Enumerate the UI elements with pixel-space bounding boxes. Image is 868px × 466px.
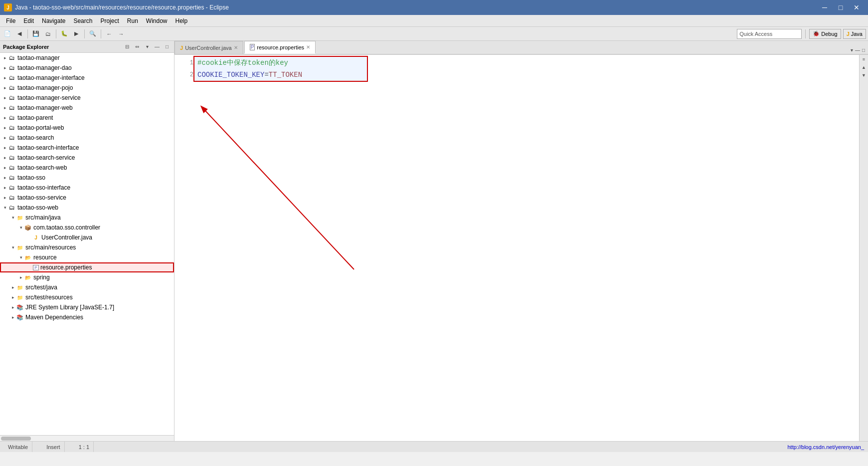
toolbar-run[interactable]: ▶ (71, 28, 82, 39)
tree-icon-project: 🗂 (8, 124, 16, 131)
maximize-button[interactable]: □ (833, 2, 848, 13)
sidebar: Package Explorer ⊟ ⇔ ▾ — □ ▸🗂taotao-mana… (0, 41, 174, 441)
tree-item-taotao-manager-interface[interactable]: ▸🗂taotao-manager-interface (0, 73, 174, 83)
tree-arrow: ▸ (10, 305, 16, 310)
sidebar-tree[interactable]: ▸🗂taotao-manager▸🗂taotao-manager-dao▸🗂ta… (0, 53, 174, 435)
right-panel-collapse[interactable]: ≡ (861, 56, 868, 63)
tree-item-spring[interactable]: ▸📂spring (0, 272, 174, 282)
tree-item-taotao-search-interface[interactable]: ▸🗂taotao-search-interface (0, 143, 174, 153)
toolbar-save-all[interactable]: 🗂 (42, 28, 53, 39)
tab-minimize-btn[interactable]: — (854, 46, 861, 54)
tab-chevron-btn[interactable]: ▾ (850, 46, 854, 54)
tree-item-taotao-sso-service[interactable]: ▸🗂taotao-sso-service (0, 193, 174, 203)
toolbar-arrow-back[interactable]: ◀ (14, 28, 25, 39)
hscroll-thumb[interactable] (1, 437, 31, 441)
menu-edit[interactable]: Edit (19, 16, 38, 25)
tree-icon-folder: 📂 (24, 254, 32, 261)
tree-item-taotao-sso-web[interactable]: ▾🗂taotao-sso-web (0, 203, 174, 213)
tree-item-JRE-System-Library--JavaSE-1-7-[interactable]: ▸📚JRE System Library [JavaSE-1.7] (0, 302, 174, 312)
tree-item-UserController-java[interactable]: JUserController.java (0, 233, 174, 242)
tree-item-taotao-portal-web[interactable]: ▸🗂taotao-portal-web (0, 123, 174, 133)
tree-icon-project: 🗂 (8, 144, 16, 151)
right-panel-down[interactable]: ▼ (861, 72, 868, 79)
tree-item-taotao-search[interactable]: ▸🗂taotao-search (0, 133, 174, 143)
java-label: Java (851, 31, 863, 37)
tree-item-taotao-manager-web[interactable]: ▸🗂taotao-manager-web (0, 103, 174, 113)
tree-item-taotao-manager-pojo[interactable]: ▸🗂taotao-manager-pojo (0, 83, 174, 93)
toolbar-search[interactable]: 🔍 (87, 28, 98, 39)
code-line-2: 2 COOKIE_TOKEN_KEY=TT_TOKEN (174, 69, 859, 81)
tree-item-taotao-sso[interactable]: ▸🗂taotao-sso (0, 173, 174, 183)
tree-icon-project: 🗂 (8, 154, 16, 161)
tree-label: taotao-manager-dao (17, 64, 72, 71)
code-line-1: 1 #cookie中保存token的key (174, 57, 859, 69)
menu-project[interactable]: Project (96, 16, 123, 25)
sidebar-max-btn[interactable]: □ (163, 43, 171, 51)
tree-item-src-main-resources[interactable]: ▾📁src/main/resources (0, 242, 174, 252)
tree-label: taotao-manager (17, 54, 60, 61)
menu-help[interactable]: Help (172, 16, 192, 25)
tree-label: taotao-manager-web (17, 104, 73, 111)
tree-item-taotao-manager-dao[interactable]: ▸🗂taotao-manager-dao (0, 63, 174, 73)
code-editor[interactable]: 1 #cookie中保存token的key 2 COOKIE_TOKEN_KEY… (174, 55, 859, 441)
tree-icon-project: 🗂 (8, 54, 16, 61)
sidebar-hscrollbar[interactable] (0, 435, 174, 441)
minimize-button[interactable]: ─ (817, 2, 832, 13)
menu-window[interactable]: Window (142, 16, 172, 25)
tree-item-taotao-sso-interface[interactable]: ▸🗂taotao-sso-interface (0, 183, 174, 193)
tab-usercontroller[interactable]: J UserController.java ✕ (174, 41, 243, 54)
sidebar-sync-btn[interactable]: ⇔ (133, 43, 141, 51)
tab-resource-close[interactable]: ✕ (306, 44, 310, 50)
tab-bar: J UserController.java ✕ P resource.prope… (174, 41, 868, 55)
sidebar-min-btn[interactable]: — (153, 43, 161, 51)
titlebar: J Java - taotao-sso-web/src/main/resourc… (0, 0, 868, 15)
toolbar-nav-back[interactable]: ← (104, 28, 115, 39)
tab-maximize-btn[interactable]: □ (861, 46, 866, 54)
line-content-2: COOKIE_TOKEN_KEY=TT_TOKEN (197, 71, 855, 79)
tab-resource-label: resource.properties (257, 44, 304, 50)
tree-item-src-test-resources[interactable]: ▸📁src/test/resources (0, 292, 174, 302)
status-writable: Writable (4, 442, 32, 452)
tab-resource-properties[interactable]: P resource.properties ✕ (244, 41, 316, 54)
tree-label: src/main/java (25, 214, 61, 221)
tree-item-taotao-manager[interactable]: ▸🗂taotao-manager (0, 53, 174, 63)
tree-item-taotao-search-web[interactable]: ▸🗂taotao-search-web (0, 163, 174, 173)
tree-icon-project: 🗂 (8, 114, 16, 121)
toolbar-nav-fwd[interactable]: → (116, 28, 127, 39)
quick-access-label: Quick Access (739, 31, 772, 37)
tree-item-taotao-search-service[interactable]: ▸🗂taotao-search-service (0, 153, 174, 163)
right-panel-up[interactable]: ▲ (861, 64, 868, 71)
debug-icon: 🐞 (813, 30, 820, 37)
tree-label: resource.properties (40, 264, 92, 271)
tree-item-src-main-java[interactable]: ▾📁src/main/java (0, 213, 174, 223)
tree-item-src-test-java[interactable]: ▸📁src/test/java (0, 282, 174, 292)
sidebar-collapse-btn[interactable]: ⊟ (123, 43, 131, 51)
toolbar-debug[interactable]: 🐛 (59, 28, 70, 39)
toolbar-save[interactable]: 💾 (30, 28, 41, 39)
tree-icon-src: 📁 (16, 284, 24, 291)
tab-area-right: ▾ — □ (850, 46, 868, 54)
tab-usercontroller-close[interactable]: ✕ (234, 45, 238, 50)
menu-navigate[interactable]: Navigate (38, 16, 69, 25)
close-button[interactable]: ✕ (849, 2, 864, 13)
tree-icon-package: 📦 (24, 224, 32, 231)
quick-access-box[interactable]: Quick Access (737, 29, 802, 39)
debug-perspective[interactable]: 🐞 Debug (809, 29, 841, 39)
right-gutter-panel: ≡ ▲ ▼ (859, 55, 868, 441)
tree-item-resource-properties[interactable]: Presource.properties (0, 262, 174, 272)
tree-arrow: ▸ (2, 85, 8, 90)
menu-run[interactable]: Run (123, 16, 142, 25)
menu-file[interactable]: File (2, 16, 19, 25)
tree-item-Maven-Dependencies[interactable]: ▸📚Maven Dependencies (0, 312, 174, 322)
tree-label: taotao-parent (17, 114, 53, 121)
tree-item-taotao-parent[interactable]: ▸🗂taotao-parent (0, 113, 174, 123)
tree-item-taotao-manager-service[interactable]: ▸🗂taotao-manager-service (0, 93, 174, 103)
sidebar-menu-btn[interactable]: ▾ (143, 43, 151, 51)
menu-search[interactable]: Search (69, 16, 96, 25)
toolbar-sep-4 (101, 29, 101, 38)
toolbar-new[interactable]: 📄 (2, 28, 13, 39)
tree-item-com-taotao-sso-controller[interactable]: ▾📦com.taotao.sso.controller (0, 223, 174, 233)
toolbar: 📄 ◀ 💾 🗂 🐛 ▶ 🔍 ← → Quick Access 🐞 Debug J… (0, 27, 868, 41)
tree-item-resource[interactable]: ▾📂resource (0, 252, 174, 262)
java-perspective[interactable]: J Java (843, 29, 866, 39)
